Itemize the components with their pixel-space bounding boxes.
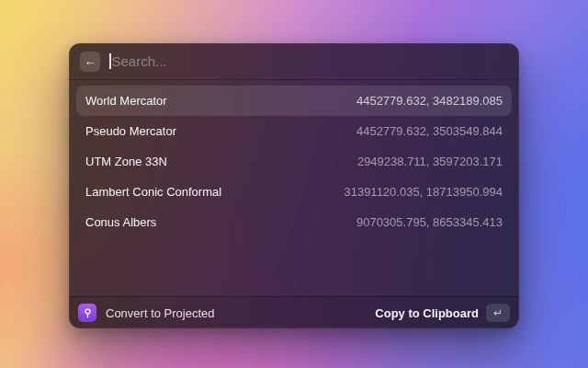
action-bar: Convert to Projected Copy to Clipboard ↵: [69, 296, 519, 328]
projection-name: Lambert Conic Conformal: [85, 185, 221, 199]
list-item-world-mercator[interactable]: World Mercator 4452779.632, 3482189.085: [76, 86, 512, 116]
map-pin-icon: [78, 304, 96, 322]
results-list: World Mercator 4452779.632, 3482189.085 …: [69, 80, 519, 296]
desktop-background: ← World Mercator 4452779.632, 3482189.08…: [0, 0, 588, 368]
list-item-pseudo-mercator[interactable]: Pseudo Mercator 4452779.632, 3503549.844: [76, 116, 512, 146]
coordinates-value: 4452779.632, 3503549.844: [356, 124, 503, 138]
primary-action-label: Copy to Clipboard: [375, 306, 479, 320]
projection-name: Conus Albers: [85, 215, 156, 229]
search-input[interactable]: [112, 53, 509, 69]
command-title: Convert to Projected: [106, 306, 215, 320]
list-item-utm-zone-33n[interactable]: UTM Zone 33N 2949238.711, 3597203.171: [76, 146, 512, 177]
command-palette-window: ← World Mercator 4452779.632, 3482189.08…: [69, 43, 519, 328]
coordinates-value: 4452779.632, 3482189.085: [356, 94, 503, 108]
text-caret: [109, 53, 111, 69]
list-item-conus-albers[interactable]: Conus Albers 9070305.795, 8653345.413: [76, 207, 512, 237]
projection-name: UTM Zone 33N: [85, 155, 167, 168]
return-key-icon: ↵: [486, 304, 510, 322]
list-item-lambert-conic-conformal[interactable]: Lambert Conic Conformal 31391120.035, 18…: [76, 177, 512, 207]
current-command: Convert to Projected: [78, 304, 215, 322]
coordinates-value: 9070305.795, 8653345.413: [356, 215, 503, 229]
projection-name: Pseudo Mercator: [85, 124, 176, 138]
coordinates-value: 31391120.035, 18713950.994: [344, 185, 503, 199]
coordinates-value: 2949238.711, 3597203.171: [357, 155, 503, 168]
back-arrow-icon: ←: [85, 52, 96, 72]
back-button[interactable]: ←: [80, 52, 100, 72]
search-bar: ←: [69, 43, 519, 80]
projection-name: World Mercator: [85, 94, 167, 108]
copy-to-clipboard-button[interactable]: Copy to Clipboard ↵: [375, 304, 510, 322]
